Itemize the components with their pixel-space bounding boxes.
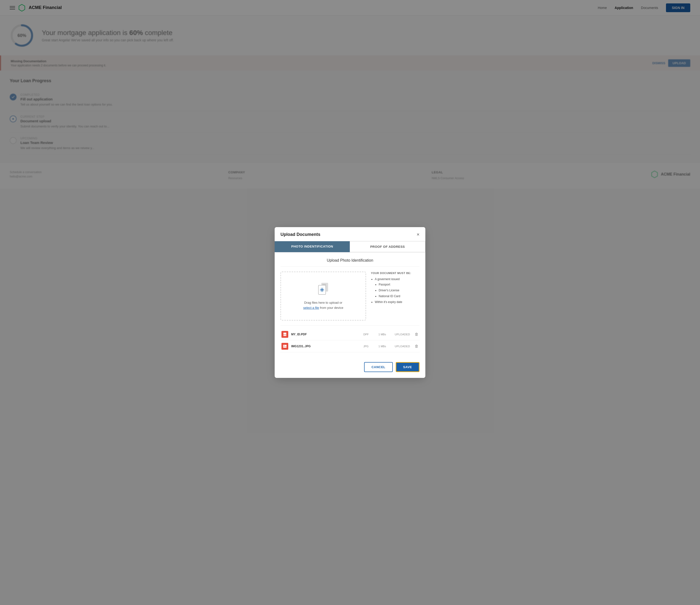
modal-overlay[interactable]: Upload Documents × PHOTO INDENTIFICATION… — [0, 0, 700, 189]
